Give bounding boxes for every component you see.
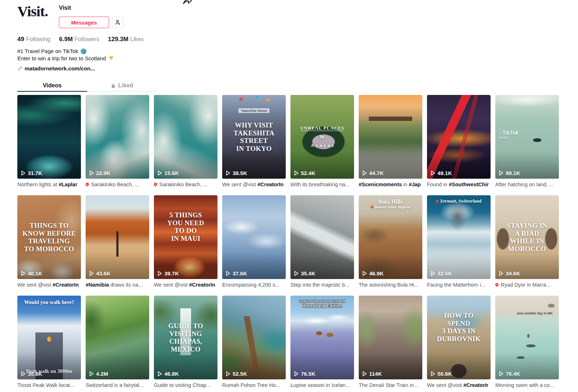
video-thumbnail[interactable]: 40.1K THINGS TOKNOW BEFORETRAVELINGTO MO… (17, 195, 81, 279)
video-thumbnail[interactable]: 22.9K (86, 95, 149, 179)
video-caption[interactable]: Ryad Dyor in Marra... (495, 282, 559, 288)
video-caption[interactable]: Switzerland is a fairytal... (86, 382, 149, 388)
video-thumbnail[interactable]: 43.6K (86, 195, 149, 279)
video-thumbnail[interactable]: 4.2M (86, 296, 149, 379)
play-icon (21, 271, 26, 276)
video-caption[interactable]: #Scenicmoments in #Jap (359, 182, 422, 187)
stat-followers[interactable]: 6.9MFollowers (59, 36, 99, 43)
video-caption[interactable]: Encompassing 4,200 s... (222, 282, 286, 288)
video-caption[interactable]: We sent @vist #CreatorIn (222, 182, 286, 187)
tab-liked[interactable]: Liked (87, 80, 157, 91)
play-count: 76.4K (499, 371, 520, 377)
video-thumbnail[interactable]: 114K (359, 296, 422, 379)
video-cell[interactable]: 88.1K TikTok@visit After hatching on lan… (495, 95, 559, 195)
video-cell[interactable]: 22.9K Sarakiniko Beach, ... (86, 95, 149, 195)
video-thumbnail[interactable]: 76.4K Just another day in WA (495, 296, 559, 379)
video-thumbnail[interactable]: 46.8K GUIDE TOVISITINGCHIAPAS,MEXICO (154, 296, 217, 379)
video-cell[interactable]: 32.5K Zermatt, Switzerland Facing the Ma… (427, 195, 491, 296)
stat-following[interactable]: 49Following (17, 36, 51, 43)
play-count: 40.1K (21, 270, 42, 276)
video-thumbnail[interactable]: 46.9K Bula HillsBauchi State, Nigeria (359, 195, 422, 279)
video-caption[interactable]: Northern lights at #Laplar (17, 182, 81, 187)
video-thumbnail[interactable]: 50.8K HOW TOSPEND3 DAYS INDUBROVNIK (427, 296, 491, 379)
play-count-value: 35.4K (301, 270, 315, 276)
video-thumbnail[interactable]: 52.5K (222, 296, 286, 379)
video-caption[interactable]: We sent @vist #CreatorIn (17, 282, 81, 288)
video-cell[interactable]: 37.6K Encompassing 4,200 s... (222, 195, 286, 296)
video-caption[interactable]: Lupine season in Icelan... (290, 382, 354, 388)
thumbnail-overlay-text: Bula HillsBauchi State, Nigeria (360, 199, 421, 209)
video-caption[interactable]: Guide to visiting Chiap... (154, 382, 217, 388)
play-count-value: 34.6K (506, 270, 520, 276)
thumbnail-shade (17, 296, 81, 379)
globe-emoji-icon (81, 48, 86, 54)
video-cell[interactable]: 35.8K Would you walk here?Peak walk on 3… (17, 296, 81, 392)
video-caption[interactable]: Rumah Pohon Tree Ho... (222, 382, 286, 388)
bio-line-2: Enter to win a trip for two to Scotland (17, 55, 106, 62)
video-caption[interactable]: Morning swim with a co... (495, 382, 559, 388)
video-cell[interactable]: 44.7K #Scenicmoments in #Jap (359, 95, 422, 195)
video-thumbnail[interactable]: 38.5K Takeshita StreetWHY VISITTAKESHITA… (222, 95, 286, 179)
video-caption[interactable]: With its breathtaking na... (290, 182, 354, 187)
video-cell[interactable]: 15.6K Sarakiniko Beach, ... (154, 95, 217, 195)
video-caption[interactable]: Found in #SouthwestChir (427, 182, 491, 187)
video-thumbnail[interactable]: 39.7K 5 THINGSYOU NEEDTO DOIN MAUI (154, 195, 217, 279)
video-caption[interactable]: Step into the majestic b... (290, 282, 354, 288)
play-icon (226, 371, 230, 376)
video-cell[interactable]: 50.8K HOW TOSPEND3 DAYS INDUBROVNIK We s… (427, 296, 491, 392)
video-cell[interactable]: 46.8K GUIDE TOVISITINGCHIAPAS,MEXICO Gui… (154, 296, 217, 392)
profile-avatar-logo[interactable]: Visit. (17, 3, 59, 19)
video-caption[interactable]: #Namibia draws its na... (86, 282, 149, 288)
video-thumbnail[interactable]: 49.1K (427, 95, 491, 179)
video-thumbnail[interactable]: 15.6K (154, 95, 217, 179)
video-thumbnail[interactable]: 32.5K Zermatt, Switzerland (427, 195, 491, 279)
follow-toggle-button[interactable] (112, 17, 124, 28)
video-caption[interactable]: Tissot Peak Walk locat... (17, 382, 81, 388)
video-thumbnail[interactable]: 31.7K (17, 95, 81, 179)
video-caption[interactable]: We sent @vist #CreatorIn (154, 282, 217, 288)
video-caption[interactable]: The Denali Star Train in... (359, 382, 422, 388)
video-cell[interactable]: 31.7K Northern lights at #Laplar (17, 95, 81, 195)
tab-videos[interactable]: Videos (17, 80, 87, 91)
video-thumbnail[interactable]: 76.5K Lupine Season in IcelandHorseback … (290, 296, 354, 379)
video-caption[interactable]: Sarakiniko Beach, ... (86, 182, 149, 187)
video-thumbnail[interactable]: 34.6K STAYING INA RIADWHILE INMOROCCO (495, 195, 559, 279)
video-cell[interactable]: 34.6K STAYING INA RIADWHILE INMOROCCO Ry… (495, 195, 559, 296)
video-thumbnail[interactable]: 35.4K (290, 195, 354, 279)
video-caption[interactable]: Facing the Matterhorn i... (427, 282, 491, 288)
video-cell[interactable]: 4.2M Switzerland is a fairytal... (86, 296, 149, 392)
video-thumbnail[interactable]: 88.1K TikTok@visit (495, 95, 559, 179)
thumbnail-shade (86, 195, 149, 279)
video-cell[interactable]: 40.1K THINGS TOKNOW BEFORETRAVELINGTO MO… (17, 195, 81, 296)
video-cell[interactable]: 52.4K UNREAL PLACESinA z o r e s With it… (290, 95, 354, 195)
video-caption[interactable]: After hatching on land, ... (495, 182, 559, 187)
play-icon (226, 271, 230, 276)
share-icon[interactable] (182, 0, 193, 6)
play-count: 31.7K (21, 170, 42, 176)
video-thumbnail[interactable]: 35.8K Would you walk here?Peak walk on 3… (17, 296, 81, 379)
video-caption[interactable]: We sent @visit #CreatorIr (427, 382, 491, 388)
video-cell[interactable]: 38.5K Takeshita StreetWHY VISITTAKESHITA… (222, 95, 286, 195)
video-cell[interactable]: 76.5K Lupine Season in IcelandHorseback … (290, 296, 354, 392)
video-cell[interactable]: 43.6K #Namibia draws its na... (86, 195, 149, 296)
video-cell[interactable]: 39.7K 5 THINGSYOU NEEDTO DOIN MAUI We se… (154, 195, 217, 296)
following-label: Following (26, 36, 51, 42)
video-thumbnail[interactable]: 37.6K (222, 195, 286, 279)
stat-likes[interactable]: 129.3MLikes (108, 36, 144, 43)
video-thumbnail[interactable]: 44.7K (359, 95, 422, 179)
video-cell[interactable]: 76.4K Just another day in WA Morning swi… (495, 296, 559, 392)
video-cell[interactable]: 49.1K Found in #SouthwestChir (427, 95, 491, 195)
video-grid: 31.7K Northern lights at #Laplar 22.9K S… (17, 95, 578, 392)
video-cell[interactable]: 52.5K Rumah Pohon Tree Ho... (222, 296, 286, 392)
video-caption[interactable]: Sarakiniko Beach, ... (154, 182, 217, 187)
video-cell[interactable]: 46.9K Bula HillsBauchi State, Nigeria Th… (359, 195, 422, 296)
video-thumbnail[interactable]: 52.4K UNREAL PLACESinA z o r e s (290, 95, 354, 179)
video-cell[interactable]: 114K The Denali Star Train in... (359, 296, 422, 392)
play-count: 35.4K (294, 270, 315, 276)
video-cell[interactable]: 35.4K Step into the majestic b... (290, 195, 354, 296)
play-count-value: 37.6K (233, 270, 247, 276)
messages-button[interactable]: Messages (59, 17, 109, 28)
bio-link[interactable]: matadornetwork.com/con... (17, 65, 578, 71)
video-caption[interactable]: The astonishing Bula Hi... (359, 282, 422, 288)
play-count-value: 88.1K (506, 170, 520, 176)
